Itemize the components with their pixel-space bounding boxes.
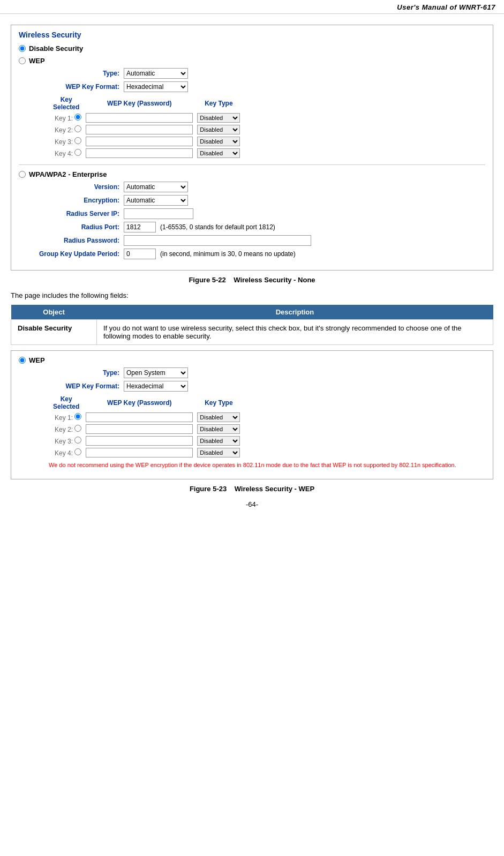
radius-password-row-22: Radius Password: (34, 235, 485, 246)
key4-type-22[interactable]: Disabled (197, 148, 240, 158)
wep-radio-23[interactable] (19, 357, 26, 364)
type-label-23: Type: (34, 369, 119, 377)
version-label-22: Version: (34, 183, 119, 191)
key1-type-22[interactable]: Disabled (197, 113, 240, 123)
key3-radio-22[interactable] (74, 137, 81, 144)
version-select-22[interactable]: Automatic (124, 182, 188, 192)
table-row: Key 2: Disabled (49, 423, 242, 435)
key2-input-22[interactable] (86, 125, 193, 134)
key3-input-23[interactable] (86, 436, 193, 446)
table-row: Key 4: Disabled (49, 147, 242, 159)
type-select-22[interactable]: Automatic (124, 68, 188, 79)
key1-input-23[interactable] (86, 412, 193, 422)
radius-port-label-22: Radius Port: (34, 223, 119, 231)
key3-label-23: Key 3: (49, 435, 84, 447)
wep-key-table-22: Key Selected WEP Key (Password) Key Type… (49, 95, 242, 159)
figure-22-num: Figure 5-22 (189, 276, 225, 284)
group-key-label-22: Group Key Update Period: (34, 250, 119, 258)
wpa-section-22: WPA/WPA2 - Enterprise Version: Automatic… (19, 170, 485, 259)
wep-key-format-select-22[interactable]: Hexadecimal (124, 81, 188, 92)
radius-password-label-22: Radius Password: (34, 237, 119, 244)
key1-type-23[interactable]: Disabled (197, 412, 240, 422)
key4-radio-23[interactable] (74, 448, 81, 455)
col-description-header: Description (97, 305, 493, 320)
desc-disable-security: If you do not want to use wireless secur… (97, 320, 493, 345)
group-key-row-22: Group Key Update Period: (in second, min… (34, 249, 485, 259)
radius-port-row-22: Radius Port: (1-65535, 0 stands for defa… (34, 222, 485, 232)
key4-radio-22[interactable] (74, 149, 81, 156)
radius-ip-input-22[interactable] (124, 208, 193, 219)
key2-input-23[interactable] (86, 424, 193, 434)
key2-type-23[interactable]: Disabled (197, 424, 240, 434)
version-row-22: Version: Automatic (34, 182, 485, 192)
group-key-input-22[interactable] (124, 249, 156, 259)
table-row: Key 2: Disabled (49, 124, 242, 136)
wep-key-format-row-23: WEP Key Format: Hexadecimal (34, 381, 485, 392)
table-row: Key 3: Disabled (49, 136, 242, 147)
wep-key-format-row-22: WEP Key Format: Hexadecimal (34, 81, 485, 92)
key1-radio-22[interactable] (74, 114, 81, 121)
wep-label-22[interactable]: WEP (19, 57, 485, 65)
wep-radio-22[interactable] (19, 57, 26, 64)
wep-key-format-select-23[interactable]: Hexadecimal (124, 381, 188, 392)
radius-password-input-22[interactable] (124, 235, 311, 246)
ws-title-22: Wireless Security (19, 31, 485, 39)
key1-input-22[interactable] (86, 113, 193, 123)
col-key-selected-23: Key Selected (49, 394, 84, 411)
col-wep-key-22: WEP Key (Password) (84, 95, 195, 112)
disable-security-label[interactable]: Disable Security (19, 44, 485, 52)
type-row-23: Type: Open System (34, 367, 485, 378)
main-content: Wireless Security Disable Security WEP T… (0, 14, 504, 519)
key3-input-22[interactable] (86, 137, 193, 146)
key1-label-22: Key 1: (49, 112, 84, 124)
description-table: Object Description Disable Security If y… (11, 305, 493, 345)
encryption-select-22[interactable]: Automatic (124, 195, 188, 206)
col-wep-key-23: WEP Key (Password) (84, 394, 195, 411)
type-select-23[interactable]: Open System (124, 367, 188, 378)
wep-section-23: WEP Type: Open System WEP Key Format: He… (19, 356, 485, 468)
key2-radio-23[interactable] (74, 425, 81, 432)
key4-input-23[interactable] (86, 448, 193, 457)
key2-label-22: Key 2: (49, 124, 84, 136)
wpa-label-22[interactable]: WPA/WPA2 - Enterprise (19, 170, 485, 178)
wep-section-22: WEP Type: Automatic WEP Key Format: Hexa… (19, 57, 485, 159)
wep-key-table-23: Key Selected WEP Key (Password) Key Type… (49, 394, 242, 459)
figure-22-text: Wireless Security - None (234, 276, 315, 284)
key3-type-23[interactable]: Disabled (197, 436, 240, 446)
key3-label-22: Key 3: (49, 136, 84, 147)
radius-ip-row-22: Radius Server IP: (34, 208, 485, 219)
page-header: User's Manual of WNRT-617 (0, 0, 504, 14)
radius-port-input-22[interactable] (124, 222, 156, 232)
col-key-selected-22: Key Selected (49, 95, 84, 112)
disable-security-radio[interactable] (19, 45, 26, 52)
key3-type-22[interactable]: Disabled (197, 137, 240, 146)
key4-type-23[interactable]: Disabled (197, 448, 240, 457)
prose-text: The page includes the following fields: (11, 291, 493, 299)
type-row-22: Type: Automatic (34, 68, 485, 79)
key2-radio-22[interactable] (74, 125, 81, 132)
encryption-row-22: Encryption: Automatic (34, 195, 485, 206)
key4-input-22[interactable] (86, 148, 193, 158)
wpa-radio-22[interactable] (19, 171, 26, 178)
key3-radio-23[interactable] (74, 437, 81, 444)
disable-security-text: Disable Security (29, 44, 83, 52)
wep-label-23[interactable]: WEP (19, 356, 485, 364)
key2-type-22[interactable]: Disabled (197, 125, 240, 134)
key1-label-23: Key 1: (49, 411, 84, 423)
key1-radio-23[interactable] (74, 413, 81, 420)
figure-23-text: Wireless Security - WEP (235, 485, 314, 493)
group-key-hint-22: (in second, minimum is 30, 0 means no up… (160, 250, 296, 258)
separator-22 (19, 164, 485, 165)
wep-text-23: WEP (29, 356, 45, 364)
wep-warning-23: We do not recommend using the WEP encryp… (49, 462, 485, 468)
radius-ip-label-22: Radius Server IP: (34, 210, 119, 217)
wep-form-23: Type: Open System WEP Key Format: Hexade… (34, 367, 485, 468)
figure-23-num: Figure 5-23 (190, 485, 227, 493)
figure-23-box: WEP Type: Open System WEP Key Format: He… (11, 350, 493, 479)
wpa-form-22: Version: Automatic Encryption: Automatic… (34, 182, 485, 259)
wep-form-22: Type: Automatic WEP Key Format: Hexadeci… (34, 68, 485, 159)
wep-key-format-label-23: WEP Key Format: (34, 382, 119, 390)
header-title: User's Manual of WNRT-617 (397, 3, 495, 11)
figure-22-caption: Figure 5-22 Wireless Security - None (11, 276, 493, 284)
type-label-22: Type: (34, 70, 119, 77)
